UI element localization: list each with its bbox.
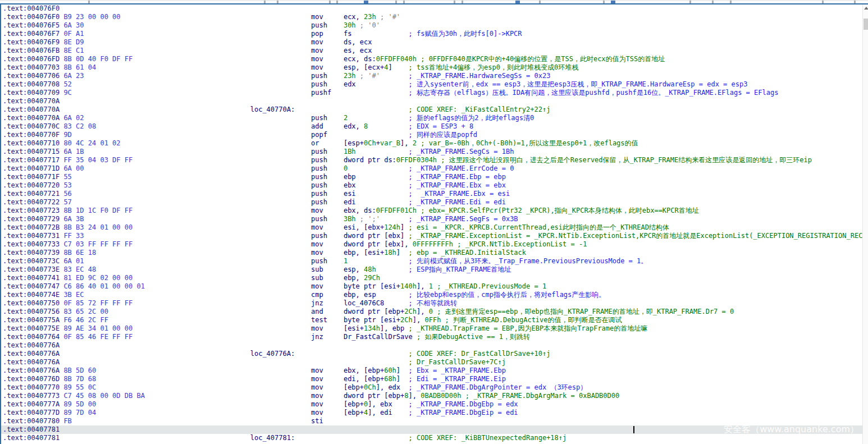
disasm-line[interactable]: .text:0040771D 6A 00 push 0 ; _KTRAP_FRA… <box>1 164 862 173</box>
address-label: .text:00407781 <box>3 425 60 433</box>
address-label: .text:0040776A <box>3 350 60 358</box>
column-spacer <box>295 350 408 358</box>
disasm-line[interactable]: .text:0040770A <box>1 97 862 106</box>
disasm-line[interactable]: .text:0040770A 6A 02 push 2 ; 新的eflags的值… <box>1 114 862 122</box>
disasm-line[interactable]: .text:00407720 53 push ebx ; _KTRAP_FRAM… <box>1 181 862 190</box>
disasm-line[interactable]: .text:00407721 56 push esi ; _KTRAP_FRAM… <box>1 190 862 198</box>
operand: edi <box>344 198 356 206</box>
disasm-line[interactable]: .text:00407715 6A 1B push 1Bh ; _KTRAP_F… <box>1 148 862 156</box>
column-spacer <box>323 13 344 21</box>
column-spacer <box>323 375 344 383</box>
column-spacer <box>327 164 344 172</box>
operand-number: 0 <box>429 308 433 315</box>
column-spacer <box>323 249 344 257</box>
instruction-mnemonic: push <box>311 198 327 206</box>
column-spacer <box>356 198 409 206</box>
instruction-mnemonic: sub <box>311 274 323 282</box>
disasm-line[interactable]: .text:0040771F 55 push ebp ; _KTRAP_FRAM… <box>1 173 862 181</box>
disasm-line[interactable]: .text:0040776A ; Dr_FastCallDrSave+7C↑j <box>1 358 862 367</box>
code-area[interactable]: .text:004076F0.text:004076F0 B9 23 00 00… <box>0 0 862 444</box>
scroll-up-icon[interactable] <box>864 7 868 10</box>
disasm-line[interactable]: .text:00407731 FF 33 push dword ptr [ebx… <box>1 232 862 240</box>
operand: [esi+ <box>344 324 364 332</box>
operand: byte ptr [esi+ <box>344 282 400 290</box>
opcode-bytes: 6A 01 <box>63 257 84 265</box>
disasm-line[interactable]: .text:00407773 C7 45 08 00 0D DB BA mov … <box>1 392 862 400</box>
column-spacer <box>392 400 409 408</box>
scrollbar-thumb[interactable] <box>864 19 868 30</box>
column-spacer <box>84 164 312 172</box>
column-spacer <box>145 392 311 400</box>
disasm-line[interactable]: .text:00407747 C6 86 40 01 00 00 01 mov … <box>1 282 862 291</box>
address-label: .text:00407756 <box>3 308 60 315</box>
column-spacer <box>356 173 409 181</box>
disasm-line[interactable]: .text:004076F7 0F A1 pop fs ; fs赋值为30h，此… <box>1 30 862 38</box>
disasm-line[interactable]: .text:0040773C 6A 01 push 1 ; 先前模式赋值，从3环… <box>1 257 862 266</box>
disasm-line[interactable]: .text:0040777A 89 5D 00 mov [ebp+0], ebx… <box>1 400 862 409</box>
disasm-line[interactable]: .text:0040775A F6 46 2C FF test byte ptr… <box>1 316 862 324</box>
disasm-line[interactable]: .text:0040770F 9D popf ; 同样的应该是popfd <box>1 131 862 139</box>
disasm-line[interactable]: .text:00407781 loc_407781: ; CODE XREF: … <box>1 434 862 442</box>
disasm-line[interactable]: .text:00407764 0F 85 46 FE FF FF jnz Dr_… <box>1 333 862 341</box>
address-label: .text:00407717 <box>3 156 60 164</box>
instruction-mnemonic: jnz <box>311 299 323 307</box>
disasm-line[interactable]: .text:00407717 FF 35 04 03 DF FF push dw… <box>1 156 862 164</box>
disasm-line[interactable]: .text:004076F0 B9 23 00 00 00 mov ecx, 2… <box>1 13 862 21</box>
address-label: .text:00407733 <box>3 240 60 248</box>
instruction-mnemonic: add <box>311 122 323 130</box>
operand: ], <box>413 316 425 324</box>
disasm-line[interactable]: .text:00407706 6A 23 push 23h ; '#' ; _K… <box>1 72 862 80</box>
disasm-line[interactable]: .text:004076F5 6A 30 push 30h ; '0' <box>1 21 862 30</box>
disasm-line[interactable]: .text:0040776A 8B 5D 60 mov ebx, [ebp+60… <box>1 367 862 375</box>
disasm-line[interactable]: .text:004076F0 <box>1 4 862 13</box>
column-spacer <box>96 409 311 416</box>
column-spacer <box>84 215 312 223</box>
disasm-line[interactable]: .text:00407709 9C pushf ; 标志寄存器（elflags）… <box>1 89 862 97</box>
address-label: .text:0040774E <box>3 291 60 299</box>
operand-number: 3Bh <box>344 215 356 223</box>
disasm-line[interactable]: .text:00407710 80 4C 24 01 02 or [esp+0C… <box>1 139 862 148</box>
address-label: .text:00407750 <box>3 299 60 307</box>
operand-number: 140h <box>400 282 417 290</box>
disasm-line-highlighted[interactable]: .text:00407781 <box>1 425 862 434</box>
operand-number: 8 <box>404 392 408 400</box>
disasm-line[interactable]: .text:004076FB 8E C1 mov es, ecx <box>1 47 862 55</box>
disasm-line[interactable]: .text:00407741 81 ED 9C 02 00 00 sub ebp… <box>1 274 862 282</box>
column-spacer <box>327 148 344 155</box>
disasm-line[interactable]: .text:0040774E 3B EC cmp ebp, esp ; 比较eb… <box>1 291 862 299</box>
disasm-line[interactable]: .text:0040777D 89 7D 04 mov [ebp+4], edi… <box>1 409 862 417</box>
operand: dword ptr [ebp+ <box>344 392 404 400</box>
column-spacer <box>348 164 408 172</box>
disasm-line[interactable]: .text:00407729 6A 3B push 3Bh ; ';' ; _K… <box>1 215 862 223</box>
instruction-mnemonic: mov <box>311 324 323 332</box>
disasm-line[interactable]: .text:0040776A loc_40776A: ; CODE XREF: … <box>1 350 862 358</box>
disasm-line[interactable]: .text:00407756 83 65 2C 00 and dword ptr… <box>1 308 862 316</box>
disasm-line[interactable]: .text:00407770 89 55 0C mov [ebp+0Ch], e… <box>1 383 862 392</box>
operand: ], edi <box>368 409 392 416</box>
address-label: .text:00407764 <box>3 333 60 341</box>
disasm-line[interactable]: .text:0040773E 83 EC 48 sub esp, 48h ; E… <box>1 266 862 274</box>
disasm-line[interactable]: .text:0040770A loc_40770A: ; CODE XREF: … <box>1 106 862 114</box>
auto-comment: ; _KTRAP_FRAME.ExceptionList = _KPCR.NtT… <box>404 232 862 240</box>
disasm-line[interactable]: .text:00407733 C7 03 FF FF FF FF mov dwo… <box>1 240 862 249</box>
disasm-line[interactable]: .text:00407750 0F 85 72 FF FF FF jnz loc… <box>1 299 862 308</box>
disasm-line[interactable]: .text:00407703 8B 61 04 mov esp, [ecx+4]… <box>1 63 862 72</box>
disasm-line[interactable]: .text:0040776A <box>1 341 862 350</box>
disasm-line[interactable]: .text:00407739 8B 6E 18 mov ebp, [esi+18… <box>1 249 862 257</box>
user-comment: ; 比较ebp和esp的值，cmp指令执行后，将对eflags产生影响。 <box>409 291 606 299</box>
disasm-line[interactable]: .text:0040770C 83 C2 08 add edx, 8 ; EDX… <box>1 122 862 131</box>
vertical-scrollbar[interactable] <box>862 4 868 444</box>
opcode-bytes: 6A 30 <box>63 21 84 29</box>
disasm-line[interactable]: .text:0040775E 89 AE 34 01 00 00 mov [es… <box>1 324 862 333</box>
disasm-line[interactable]: .text:00407723 8B 1D 1C F0 DF FF mov ebx… <box>1 207 862 215</box>
operand: ds, ecx <box>344 38 372 46</box>
disasm-line[interactable]: .text:00407708 52 push edx ; 进入sysenter前… <box>1 80 862 89</box>
disasm-line[interactable]: .text:004076FD 8B 0D 40 F0 DF FF mov ecx… <box>1 55 862 63</box>
column-spacer <box>295 434 408 442</box>
disasm-line[interactable]: .text:0040772B 8B B3 24 01 00 00 mov esi… <box>1 223 862 232</box>
disasm-line[interactable]: .text:00407722 57 push edi ; _KTRAP_FRAM… <box>1 198 862 207</box>
disasm-line[interactable]: .text:004076F9 8E D9 mov ds, ecx <box>1 38 862 47</box>
auto-comment: ; CODE XREF: _KiBBTUnexpectedRange+18↑j <box>409 434 567 442</box>
disasm-line[interactable]: .text:0040776D 8B 7D 68 mov edi, [ebp+68… <box>1 375 862 383</box>
disasm-line[interactable]: .text:00407780 FB sti <box>1 417 862 425</box>
